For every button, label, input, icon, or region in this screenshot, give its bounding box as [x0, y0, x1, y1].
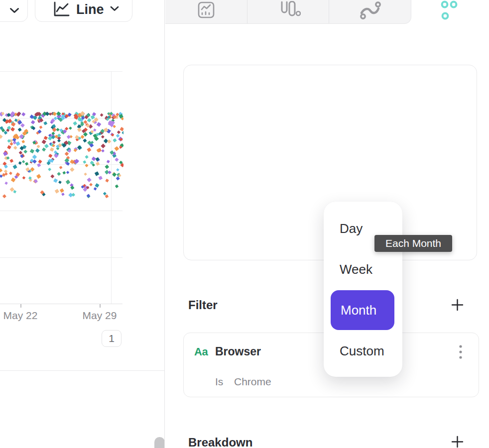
menu-item-custom[interactable]: Custom [324, 331, 402, 371]
chevron-down-icon [110, 4, 119, 13]
divider [0, 370, 164, 371]
panel-divider [164, 0, 165, 448]
menu-item-week[interactable]: Week [324, 249, 402, 289]
add-breakdown-button[interactable] [451, 435, 464, 448]
flow-chart-icon [358, 1, 382, 23]
period-menu: Day Week Month Custom [324, 202, 402, 377]
chart-type-label: Line [76, 0, 104, 18]
retention-dots-icon [438, 0, 463, 22]
pagination-page-button[interactable]: 1 [102, 330, 122, 347]
chevron-down-icon [9, 6, 19, 15]
x-tick-label: May 29 [83, 310, 117, 322]
plus-icon [451, 442, 464, 448]
filter-property-name[interactable]: Browser [215, 345, 261, 358]
filter-value[interactable]: Chrome [234, 376, 271, 388]
combo-chart-icon [195, 1, 217, 23]
x-tick-label: May 22 [3, 310, 38, 322]
breakdown-section-title: Breakdown [188, 436, 252, 448]
chart-type-button[interactable]: Line [35, 0, 132, 22]
collapsed-dropdown-button[interactable] [0, 0, 28, 22]
menu-item-month[interactable]: Month [331, 290, 394, 330]
chart-view-tabbar [165, 0, 411, 24]
line-chart-icon [52, 0, 70, 18]
filter-operator[interactable]: Is [215, 376, 223, 388]
scatter-canvas [0, 71, 123, 305]
period-tooltip: Each Month [374, 235, 452, 252]
plus-icon [451, 305, 464, 313]
bar-chart-icon [276, 1, 301, 23]
filter-section-title: Filter [188, 298, 218, 312]
property-type-icon: Aa [194, 345, 208, 358]
tab-flow-chart[interactable] [329, 0, 411, 23]
kebab-menu-icon [458, 355, 464, 364]
add-filter-button[interactable] [451, 298, 464, 312]
tab-combo-chart[interactable] [165, 0, 247, 23]
tab-retention-selected[interactable] [411, 0, 489, 24]
chart-pane: May 22 May 29 1 [0, 0, 164, 448]
tab-bar-chart[interactable] [247, 0, 329, 23]
scrollbar-thumb[interactable] [154, 437, 165, 448]
filter-menu-button[interactable] [458, 343, 464, 362]
